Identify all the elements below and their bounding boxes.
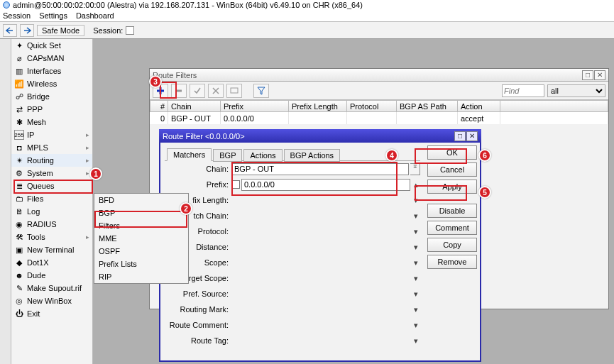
files-icon: 🗀 — [14, 194, 24, 204]
menu-settings[interactable]: Settings — [39, 11, 67, 20]
chevron-right-icon: ▸ — [86, 144, 89, 151]
sidebar-item-bridge[interactable]: ☍Bridge — [11, 90, 92, 103]
expand-icon[interactable]: ▾ — [412, 196, 420, 205]
disable-button[interactable] — [208, 84, 224, 98]
chain-input[interactable] — [231, 163, 409, 175]
session-checkbox[interactable] — [126, 26, 134, 35]
mpls-icon: ◘ — [14, 143, 24, 153]
undo-button[interactable] — [3, 24, 17, 37]
remove-button[interactable]: Remove — [427, 255, 477, 269]
find-input[interactable] — [502, 84, 544, 97]
chain-dropdown[interactable]: ∓ — [410, 163, 420, 175]
sidebar-item-label: Routing — [27, 156, 54, 165]
sidebar-item-new-terminal[interactable]: ▣New Terminal — [11, 243, 92, 256]
expand-icon[interactable]: ▾ — [412, 274, 420, 283]
exit-icon: ⏻ — [14, 309, 24, 319]
dialog-title: Route Filter <0.0.0.0/0> — [163, 132, 245, 140]
table-row[interactable]: 0 BGP - OUT 0.0.0.0/0 accept — [150, 112, 608, 124]
collapse-icon[interactable]: ▴ — [412, 180, 420, 189]
expand-icon[interactable]: ▾ — [412, 243, 420, 252]
col-protocol[interactable]: Protocol — [347, 100, 397, 112]
col-num[interactable]: # — [150, 100, 168, 112]
copy-button[interactable]: Copy — [427, 238, 477, 252]
sidebar-item-label: Bridge — [27, 92, 50, 101]
submenu-rip[interactable]: RIP — [94, 270, 188, 283]
sidebar-item-label: CAPsMAN — [27, 54, 65, 62]
sidebar-item-exit[interactable]: ⏻Exit — [11, 307, 92, 320]
col-prefix-length[interactable]: Prefix Length — [289, 100, 347, 112]
pref-source-label: Pref. Source: — [165, 289, 231, 298]
expand-icon[interactable]: ▾ — [412, 258, 420, 268]
ppp-icon: ⇄ — [14, 104, 24, 114]
sidebar-item-routing[interactable]: ✴Routing▸ — [11, 154, 92, 167]
menu-session[interactable]: Session — [3, 11, 31, 20]
prefix-input[interactable] — [241, 179, 410, 191]
col-prefix[interactable]: Prefix — [221, 100, 289, 112]
routing-icon: ✴ — [14, 155, 24, 165]
sidebar-item-ppp[interactable]: ⇄PPP — [11, 103, 92, 116]
sidebar-item-wireless[interactable]: 📶Wireless — [11, 77, 92, 90]
sidebar-item-system[interactable]: ⚙System▸ — [11, 167, 92, 180]
submenu-ospf[interactable]: OSPF — [94, 245, 188, 258]
sidebar-item-mpls[interactable]: ◘MPLS▸ — [11, 141, 92, 154]
sidebar-item-label: Wireless — [27, 79, 57, 88]
sidebar-item-label: Quick Set — [27, 41, 61, 50]
expand-icon[interactable]: ▾ — [412, 305, 420, 314]
sidebar-item-mesh[interactable]: ✱Mesh — [11, 116, 92, 128]
expand-icon[interactable]: ▾ — [412, 336, 420, 346]
enable-button[interactable] — [190, 84, 205, 98]
sidebar-item-ip[interactable]: 255IP▸ — [11, 128, 92, 141]
sidebar-item-queues[interactable]: ≣Queues — [11, 180, 92, 192]
sidebar-item-dot1x[interactable]: ◆Dot1X — [11, 256, 92, 269]
expand-icon[interactable]: ▾ — [412, 227, 420, 236]
maximize-button[interactable]: □ — [582, 70, 593, 80]
submenu-bgp[interactable]: BGP — [94, 206, 188, 219]
close-button[interactable]: ✕ — [594, 70, 605, 80]
session-label: Session: — [93, 26, 123, 35]
expand-icon[interactable]: ▾ — [412, 289, 420, 299]
dialog-close-button[interactable]: ✕ — [466, 131, 478, 141]
remove-button[interactable] — [171, 84, 187, 98]
tab-bgp-actions[interactable]: BGP Actions — [284, 149, 341, 162]
col-chain[interactable]: Chain — [168, 100, 221, 112]
filter-button[interactable] — [253, 84, 269, 98]
tab-bgp[interactable]: BGP — [213, 149, 242, 162]
sidebar-item-label: PPP — [27, 105, 43, 114]
sidebar-item-interfaces[interactable]: ▥Interfaces — [11, 65, 92, 77]
tab-actions[interactable]: Actions — [243, 149, 282, 162]
cell: BGP - OUT — [168, 112, 221, 124]
submenu-prefix-lists[interactable]: Prefix Lists — [94, 258, 188, 270]
comment-button[interactable]: Comment — [427, 221, 477, 235]
find-scope-select[interactable]: all — [547, 84, 605, 97]
redo-button[interactable] — [20, 24, 34, 37]
sidebar-item-capsman[interactable]: ⌀CAPsMAN — [11, 52, 92, 65]
sidebar-item-tools[interactable]: 🛠Tools▸ — [11, 231, 92, 243]
safe-mode-button[interactable]: Safe Mode — [37, 25, 84, 36]
ok-button[interactable]: OK — [427, 145, 477, 160]
sidebar-item-dude[interactable]: ☻Dude — [11, 269, 92, 282]
sidebar-item-make-supout[interactable]: ✎Make Supout.rif — [11, 282, 92, 294]
submenu-bfd[interactable]: BFD — [94, 194, 188, 206]
submenu-mme[interactable]: MME — [94, 232, 188, 245]
tab-matchers[interactable]: Matchers — [167, 148, 212, 161]
sidebar-item-quick-set[interactable]: ✦Quick Set — [11, 39, 92, 52]
col-action[interactable]: Action — [458, 100, 500, 112]
disable-button[interactable]: Disable — [427, 204, 477, 218]
expand-icon[interactable]: ▾ — [412, 211, 420, 221]
sidebar-item-new-winbox[interactable]: ◎New WinBox — [11, 294, 92, 307]
wireless-icon: 📶 — [14, 79, 24, 89]
comment-button[interactable] — [226, 84, 242, 98]
sidebar-item-log[interactable]: 🗎Log — [11, 205, 92, 218]
submenu-filters[interactable]: Filters — [94, 219, 188, 232]
sidebar-item-radius[interactable]: ◉RADIUS — [11, 218, 92, 231]
cancel-button[interactable]: Cancel — [427, 162, 477, 177]
routing-mark-label: Routing Mark: — [165, 305, 231, 314]
dialog-maximize-button[interactable]: □ — [454, 131, 466, 141]
expand-icon[interactable]: ▾ — [412, 321, 420, 330]
sidebar-item-files[interactable]: 🗀Files — [11, 192, 92, 205]
menu-dashboard[interactable]: Dashboard — [76, 11, 114, 20]
col-bgp-as-path[interactable]: BGP AS Path — [397, 100, 458, 112]
apply-button[interactable]: Apply — [427, 180, 477, 194]
interfaces-icon: ▥ — [14, 66, 24, 76]
prefix-checkbox[interactable] — [231, 180, 240, 189]
